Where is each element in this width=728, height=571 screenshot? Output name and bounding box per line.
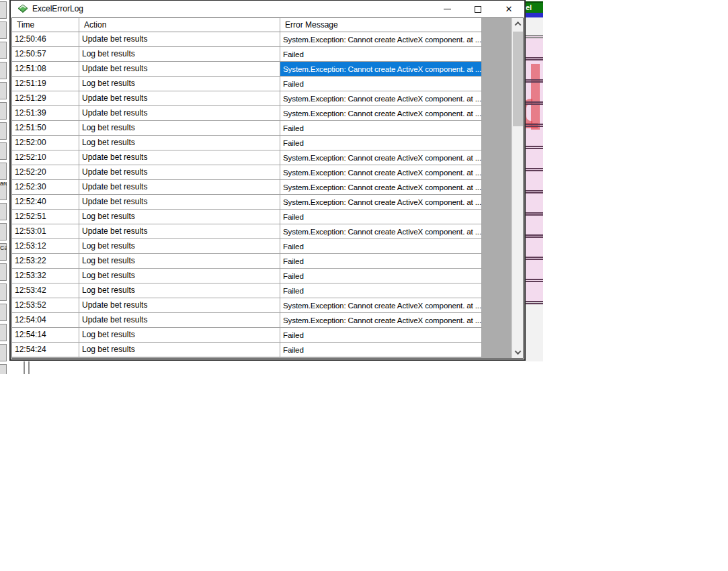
cell-action[interactable]: Log bet results [79,254,280,269]
cell-error[interactable]: System.Exception: Cannot create ActiveX … [280,180,482,195]
table-row[interactable]: 12:54:14Log bet resultsFailed [12,328,512,343]
column-header-error-message[interactable]: Error Message [280,18,482,32]
table-row[interactable]: 12:51:39Update bet resultsSystem.Excepti… [12,106,512,121]
table-row[interactable]: 12:53:52Update bet resultsSystem.Excepti… [12,298,512,313]
cell-time[interactable]: 12:52:51 [12,210,79,224]
cell-time[interactable]: 12:53:01 [12,224,79,239]
cell-action[interactable]: Log bet results [79,328,280,343]
cell-time[interactable]: 12:50:57 [12,47,79,62]
cell-time[interactable]: 12:53:32 [12,269,79,283]
cell-time[interactable]: 12:52:40 [12,195,79,210]
cell-error[interactable]: System.Exception: Cannot create ActiveX … [280,313,482,328]
vertical-scrollbar[interactable] [512,18,523,358]
close-button[interactable]: ✕ [493,1,524,17]
table-row[interactable]: 12:50:57Log bet resultsFailed [12,47,512,62]
cell-time[interactable]: 12:51:29 [12,91,79,106]
cell-time[interactable]: 12:53:22 [12,254,79,269]
scroll-down-button[interactable] [512,347,524,358]
cell-action[interactable]: Log bet results [79,121,280,136]
cell-action[interactable]: Log bet results [79,283,280,298]
scrollbar-thumb[interactable] [513,32,523,126]
cell-error[interactable]: Failed [280,47,482,62]
column-header-time[interactable]: Time [12,18,79,32]
cell-error[interactable]: System.Exception: Cannot create ActiveX … [280,32,482,47]
table-row[interactable]: 12:51:29Update bet resultsSystem.Excepti… [12,91,512,106]
cell-action[interactable]: Update bet results [79,32,280,47]
table-row[interactable]: 12:52:20Update bet resultsSystem.Excepti… [12,165,512,180]
cell-time[interactable]: 12:52:20 [12,165,79,180]
cell-action[interactable]: Update bet results [79,62,280,77]
cell-action[interactable]: Update bet results [79,91,280,106]
cell-time[interactable]: 12:50:46 [12,32,79,47]
cell-action[interactable]: Update bet results [79,180,280,195]
cell-action[interactable]: Log bet results [79,210,280,224]
cell-action[interactable]: Log bet results [79,136,280,150]
table-row[interactable]: 12:51:50Log bet resultsFailed [12,121,512,136]
cell-time[interactable]: 12:52:30 [12,180,79,195]
cell-error[interactable]: Failed [280,254,482,269]
cell-action[interactable]: Log bet results [79,239,280,254]
cell-action[interactable]: Update bet results [79,106,280,121]
cell-error[interactable]: System.Exception: Cannot create ActiveX … [280,224,482,239]
cell-time[interactable]: 12:53:42 [12,283,79,298]
cell-error[interactable]: System.Exception: Cannot create ActiveX … [280,298,482,313]
cell-time[interactable]: 12:54:04 [12,313,79,328]
cell-time[interactable]: 12:51:39 [12,106,79,121]
cell-error[interactable]: System.Exception: Cannot create ActiveX … [280,195,482,210]
table-row[interactable]: 12:50:46Update bet resultsSystem.Excepti… [12,32,512,47]
table-row[interactable]: 12:52:40Update bet resultsSystem.Excepti… [12,195,512,210]
table-row[interactable]: 12:53:12Log bet resultsFailed [12,239,512,254]
table-row[interactable]: 12:53:32Log bet resultsFailed [12,269,512,283]
cell-action[interactable]: Log bet results [79,77,280,91]
cell-time[interactable]: 12:52:10 [12,150,79,165]
cell-action[interactable]: Log bet results [79,343,280,357]
cell-time[interactable]: 12:53:12 [12,239,79,254]
cell-action[interactable]: Update bet results [79,165,280,180]
cell-action[interactable]: Update bet results [79,224,280,239]
minimize-button[interactable] [432,1,462,17]
cell-action[interactable]: Log bet results [79,269,280,283]
cell-error[interactable]: Failed [280,210,482,224]
table-row[interactable]: 12:52:00Log bet resultsFailed [12,136,512,150]
column-header-action[interactable]: Action [79,18,280,32]
cell-time[interactable]: 12:51:08 [12,62,79,77]
table-row[interactable]: 12:53:01Update bet resultsSystem.Excepti… [12,224,512,239]
cell-action[interactable]: Update bet results [79,313,280,328]
cell-time[interactable]: 12:51:50 [12,121,79,136]
cell-time[interactable]: 12:53:52 [12,298,79,313]
cell-time[interactable]: 12:54:24 [12,343,79,357]
cell-action[interactable]: Update bet results [79,298,280,313]
cell-time[interactable]: 12:54:14 [12,328,79,343]
app-diamond-icon [17,3,28,14]
cell-error[interactable]: System.Exception: Cannot create ActiveX … [280,150,482,165]
table-row[interactable]: 12:51:08Update bet resultsSystem.Excepti… [12,62,512,77]
cell-error[interactable]: Failed [280,239,482,254]
table-row[interactable]: 12:51:19Log bet resultsFailed [12,77,512,91]
title-bar[interactable]: ExcelErrorLog ✕ [11,1,524,17]
cell-action[interactable]: Log bet results [79,47,280,62]
table-row[interactable]: 12:52:51Log bet resultsFailed [12,210,512,224]
cell-error[interactable]: Failed [280,328,482,343]
scroll-up-button[interactable] [512,18,524,30]
cell-error[interactable]: Failed [280,269,482,283]
table-row[interactable]: 12:52:30Update bet resultsSystem.Excepti… [12,180,512,195]
table-row[interactable]: 12:53:22Log bet resultsFailed [12,254,512,269]
maximize-button[interactable] [462,1,493,17]
cell-error[interactable]: Failed [280,77,482,91]
cell-action[interactable]: Update bet results [79,150,280,165]
table-row[interactable]: 12:53:42Log bet resultsFailed [12,283,512,298]
cell-error[interactable]: System.Exception: Cannot create ActiveX … [280,62,482,77]
cell-error[interactable]: System.Exception: Cannot create ActiveX … [280,165,482,180]
cell-action[interactable]: Update bet results [79,195,280,210]
table-row[interactable]: 12:54:24Log bet resultsFailed [12,343,512,357]
cell-error[interactable]: Failed [280,121,482,136]
cell-error[interactable]: Failed [280,136,482,150]
table-row[interactable]: 12:52:10Update bet resultsSystem.Excepti… [12,150,512,165]
table-row[interactable]: 12:54:04Update bet resultsSystem.Excepti… [12,313,512,328]
cell-error[interactable]: System.Exception: Cannot create ActiveX … [280,91,482,106]
cell-time[interactable]: 12:51:19 [12,77,79,91]
cell-time[interactable]: 12:52:00 [12,136,79,150]
cell-error[interactable]: Failed [280,343,482,357]
cell-error[interactable]: Failed [280,283,482,298]
cell-error[interactable]: System.Exception: Cannot create ActiveX … [280,106,482,121]
